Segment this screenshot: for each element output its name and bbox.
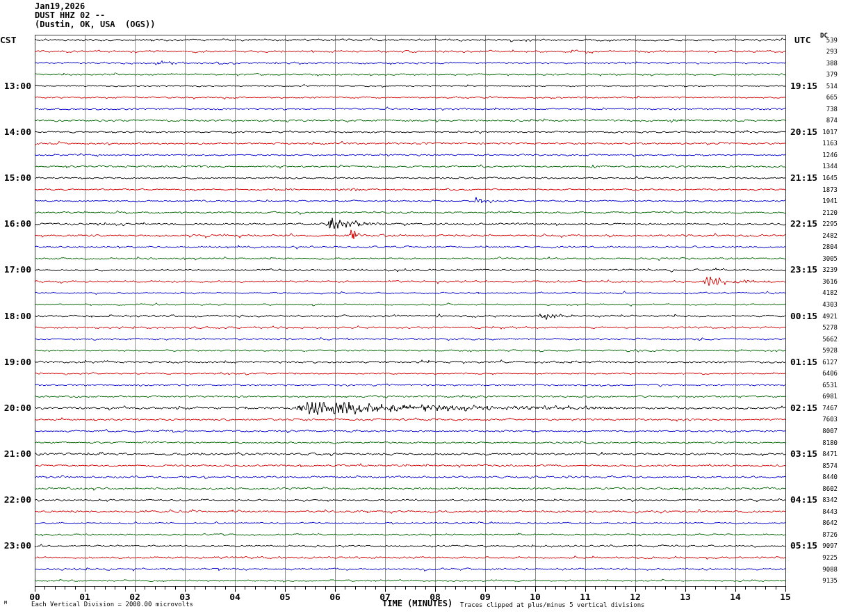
x-axis-title: TIME (MINUTES) <box>382 599 452 608</box>
x-axis-tick-label: 15 <box>780 592 791 601</box>
helicorder-page: Jan19,2026 DUST HHZ 02 -- (Dustin, OK, U… <box>0 0 841 616</box>
x-axis-tick-label: 11 <box>580 592 591 601</box>
x-axis-tick-label: 10 <box>530 592 541 601</box>
x-axis-tick-label: 06 <box>329 592 341 601</box>
x-axis-tick-label: 13 <box>680 592 691 601</box>
corner-mark: M <box>4 601 7 606</box>
x-axis-tick-labels: 00010203040506070809101112131415 <box>0 0 841 616</box>
x-axis-tick-label: 12 <box>630 592 641 601</box>
x-axis-tick-label: 14 <box>730 592 741 601</box>
clip-note: Traces clipped at plus/minus 5 vertical … <box>460 601 645 608</box>
x-axis-tick-label: 09 <box>480 592 491 601</box>
x-axis-tick-label: 05 <box>279 592 291 601</box>
scale-note: Each Vertical Division = 2000.00 microvo… <box>31 601 193 608</box>
x-axis-tick-label: 04 <box>229 592 240 601</box>
